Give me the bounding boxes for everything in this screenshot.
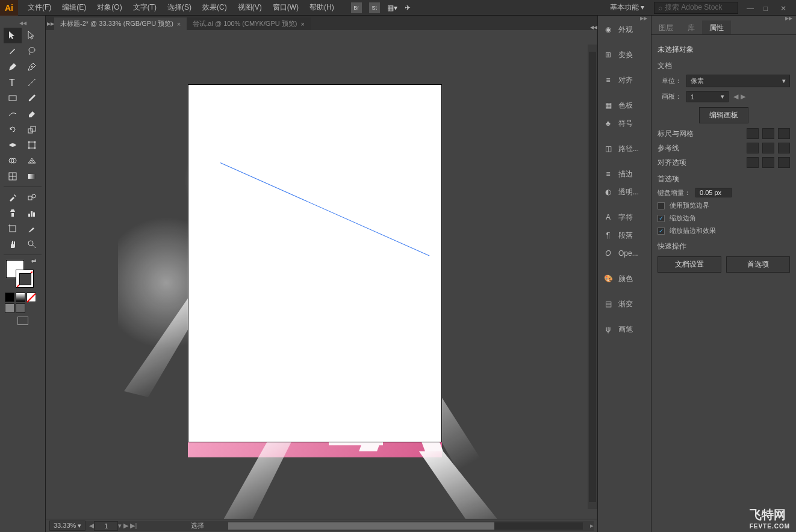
gpu-icon[interactable]: ✈ (405, 4, 411, 12)
ruler-icon[interactable] (747, 128, 759, 139)
scrollbar-vertical[interactable] (588, 45, 597, 509)
tab-properties[interactable]: 属性 (702, 20, 731, 34)
hand-tool[interactable] (4, 237, 22, 252)
tab-layers[interactable]: 图层 (651, 20, 680, 34)
document-tab-1[interactable]: 未标题-2* @ 33.33% (RGB/GPU 预览) × (54, 17, 187, 30)
width-tool[interactable] (4, 137, 22, 153)
preview-bounds-checkbox[interactable] (658, 202, 665, 209)
lasso-tool[interactable] (23, 43, 41, 59)
draw-normal-icon[interactable] (5, 303, 14, 313)
panel-align[interactable]: ≡对齐 (598, 71, 651, 89)
type-tool[interactable]: T (4, 75, 22, 90)
paintbrush-tool[interactable] (23, 90, 41, 106)
rotate-tool[interactable] (4, 122, 22, 137)
panels-collapse-left-icon[interactable]: ▸▸ (47, 17, 54, 30)
eraser-tool[interactable] (23, 106, 41, 122)
dock-collapse-icon[interactable]: ▶▶ (598, 16, 651, 20)
zoom-tool[interactable] (23, 237, 41, 252)
right-collapse-icon[interactable]: ▶▶ (651, 16, 796, 20)
panel-color[interactable]: 🎨颜色 (598, 270, 651, 288)
pen-tool[interactable] (4, 59, 22, 75)
mesh-tool[interactable] (4, 169, 22, 184)
menu-file[interactable]: 文件(F) (23, 0, 56, 15)
panel-paragraph[interactable]: ¶段落 (598, 226, 651, 244)
transparency-grid-icon[interactable] (778, 128, 790, 139)
edit-artboard-button[interactable]: 编辑画板 (699, 107, 748, 123)
search-input[interactable]: ⌕ 搜索 Adobe Stock (654, 2, 738, 14)
shaper-tool[interactable] (4, 106, 22, 122)
zoom-field[interactable]: 33.33% ▾ (49, 521, 86, 531)
menu-object[interactable]: 对象(O) (92, 0, 126, 15)
artboard-select[interactable]: 1▾ (686, 91, 729, 102)
panel-symbols[interactable]: ♣符号 (598, 114, 651, 132)
draw-behind-icon[interactable] (16, 303, 25, 313)
color-mode-icon[interactable] (5, 292, 14, 302)
blend-tool[interactable] (23, 190, 41, 205)
toolbar-collapse-icon[interactable]: ◀◀ (0, 20, 45, 25)
free-transform-tool[interactable] (23, 137, 41, 153)
rectangle-tool[interactable] (4, 90, 22, 106)
shape-builder-tool[interactable] (4, 153, 22, 169)
unit-select[interactable]: 像素▾ (686, 75, 790, 87)
panel-gradient[interactable]: ▤渐变 (598, 295, 651, 313)
preferences-button[interactable]: 首选项 (726, 256, 790, 273)
document-setup-button[interactable]: 文档设置 (658, 256, 721, 273)
fill-stroke-swatch[interactable]: ⇄ (6, 260, 34, 288)
snap-point-icon[interactable] (762, 157, 774, 168)
eyedropper-tool[interactable] (4, 190, 22, 205)
workspace-selector[interactable]: 基本功能 ▾ (604, 1, 650, 14)
stroke-color[interactable] (16, 270, 34, 288)
panel-transparency[interactable]: ◐透明... (598, 183, 651, 201)
panel-appearance[interactable]: ◉外观 (598, 20, 651, 39)
artboard-next-icon[interactable]: ▶ (741, 93, 745, 101)
artboard-prev-icon[interactable]: ◀ (733, 93, 738, 101)
menu-effect[interactable]: 效果(C) (197, 0, 232, 15)
panel-pathfinder[interactable]: ◫路径... (598, 140, 651, 158)
artboard-nav[interactable]: 1 (94, 521, 118, 531)
grid-icon[interactable] (762, 128, 774, 139)
scale-tool[interactable] (23, 122, 41, 137)
swap-colors-icon[interactable]: ⇄ (31, 258, 36, 264)
selection-tool[interactable] (4, 28, 22, 43)
perspective-grid-tool[interactable] (23, 153, 41, 169)
maximize-icon[interactable]: □ (763, 4, 771, 11)
close-tab-icon[interactable]: × (177, 20, 181, 28)
kb-increment-input[interactable]: 0.05 px (695, 188, 732, 197)
menu-view[interactable]: 视图(V) (233, 0, 267, 15)
panel-opentype[interactable]: OOpe... (598, 244, 651, 262)
document-tab-2[interactable]: 尝试.ai @ 100% (CMYK/GPU 预览) × (187, 17, 311, 30)
slice-tool[interactable] (23, 221, 41, 237)
none-mode-icon[interactable] (26, 292, 36, 302)
screen-mode-icon[interactable] (17, 317, 28, 325)
menu-edit[interactable]: 编辑(E) (57, 0, 91, 15)
panel-brushes[interactable]: ψ画笔 (598, 320, 651, 338)
arrange-icon[interactable]: ▦▾ (387, 4, 397, 12)
menu-window[interactable]: 窗口(W) (268, 0, 303, 15)
gradient-tool[interactable] (23, 169, 41, 184)
symbol-sprayer-tool[interactable] (4, 205, 22, 221)
snap-grid-icon[interactable] (778, 157, 790, 168)
guide-visibility-icon[interactable] (747, 143, 759, 153)
curvature-tool[interactable] (23, 59, 41, 75)
panel-transform[interactable]: ⊞变换 (598, 46, 651, 64)
panel-swatches[interactable]: ▦色板 (598, 96, 651, 114)
close-tab-icon[interactable]: × (300, 20, 304, 28)
bridge-icon[interactable]: Br (351, 2, 362, 13)
column-graph-tool[interactable] (23, 205, 41, 221)
menu-type[interactable]: 文字(T) (128, 0, 161, 15)
panel-character[interactable]: A字符 (598, 208, 651, 226)
scale-corners-checkbox[interactable] (658, 215, 665, 222)
close-icon[interactable]: ✕ (780, 4, 788, 11)
scale-stroke-checkbox[interactable] (658, 227, 665, 235)
guide-lock-icon[interactable] (762, 143, 774, 153)
smart-guides-icon[interactable] (778, 143, 790, 153)
menu-help[interactable]: 帮助(H) (305, 0, 339, 15)
line-tool[interactable] (23, 75, 41, 90)
stock-icon[interactable]: St (369, 2, 380, 13)
snap-pixel-icon[interactable] (747, 157, 759, 168)
minimize-icon[interactable]: — (747, 4, 754, 11)
panel-stroke[interactable]: ≡描边 (598, 165, 651, 183)
gradient-mode-icon[interactable] (16, 292, 25, 302)
magic-wand-tool[interactable] (4, 43, 22, 59)
artboard-tool[interactable] (4, 221, 22, 237)
